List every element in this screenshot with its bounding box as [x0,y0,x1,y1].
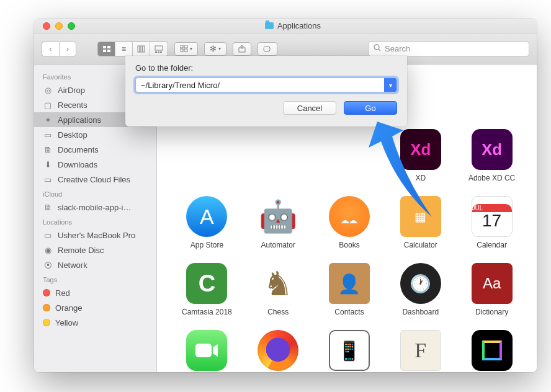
downloads-icon: ⬇ [43,160,53,169]
app-item[interactable]: XdAdobe XD CC [459,129,524,182]
app-label: Dashboard [402,308,439,316]
sidebar-item-label: Yellow [55,318,78,327]
svg-rect-4 [138,46,140,52]
app-item[interactable]: Books [317,196,382,249]
app-item[interactable]: ▦Calculator [388,196,453,249]
app-item[interactable]: 👤Contacts [317,263,382,316]
network-icon: ⦿ [43,261,53,269]
arrange-button[interactable]: ▾ [174,42,198,56]
app-label: Chess [267,308,289,316]
folder-path-input[interactable] [136,81,384,90]
go-to-folder-dialog: Go to the folder: ▾ Cancel Go [125,56,407,127]
search-field[interactable]: Search [368,42,529,56]
cancel-button[interactable]: Cancel [283,101,336,115]
window-title: Applications [49,21,537,30]
app-item[interactable]: 🤖Automator [246,196,311,249]
fontbook-icon: F [400,330,441,371]
svg-rect-3 [107,50,110,52]
sidebar-item-label: Network [58,261,87,270]
dialog-buttons: Cancel Go [135,101,397,115]
apps-icon: ✦ [43,115,53,124]
dashboard-icon: 🕐 [400,263,441,304]
action-button[interactable]: ✻ ▾ [204,42,226,56]
back-button[interactable]: ‹ [42,42,59,56]
go-button[interactable]: Go [344,101,397,115]
laptop-icon: ▭ [43,231,53,239]
svg-rect-7 [155,46,163,50]
sidebar-item-label: slack-mobile-app-i… [58,203,131,212]
gear-icon: ✻ [210,44,217,53]
app-item[interactable]: AApp Store [174,196,240,249]
sidebar-item[interactable]: Yellow [34,315,156,330]
sidebar-item-label: Recents [58,100,87,110]
gallery-view-button[interactable] [150,42,168,56]
app-item[interactable]: JUL17Calendar [459,196,524,249]
sidebar-item[interactable]: ▭Usher's MacBook Pro [34,228,156,243]
app-item[interactable]: 📱Fix My iPhone [317,330,382,372]
dictionary-icon: Aa [472,263,513,304]
svg-rect-13 [180,49,183,51]
sidebar-item[interactable]: Red [34,285,156,300]
sidebar-item[interactable]: Orange [34,300,156,315]
forward-button[interactable]: › [59,42,76,56]
sidebar-item[interactable]: ⦿Network [34,257,156,272]
adobe-xd-icon: Xd [472,129,513,170]
sidebar-header: Tags [34,272,156,285]
sidebar-item[interactable]: 🗎slack-mobile-app-i… [34,200,156,215]
sidebar-item[interactable]: 🗎Documents [34,142,156,157]
app-label: Camtasia 2018 [182,308,232,316]
search-icon [374,44,381,53]
view-mode-segment: ≡ [97,42,168,56]
app-item[interactable]: ♞Chess [246,263,311,316]
column-view-button[interactable] [133,42,150,56]
sidebar-item[interactable]: ◉Remote Disc [34,243,156,257]
sidebar-item-label: AirDrop [58,86,85,95]
sidebar-item[interactable]: ▭Creative Cloud Files [34,172,156,187]
nav-buttons: ‹ › [42,42,76,56]
sidebar-header: Locations [34,215,156,228]
camtasia-icon: C [186,263,227,304]
fixphone-icon: 📱 [329,330,370,371]
app-label: Books [339,241,359,249]
folder-path-combo[interactable]: ▾ [135,78,397,92]
chess-icon: ♞ [258,263,298,304]
app-label: Adobe XD CC [468,174,515,182]
gallery-icon [155,45,163,53]
svg-rect-8 [155,51,157,53]
app-item[interactable]: FFont Book [388,330,453,372]
title-text: Applications [277,21,321,30]
app-item[interactable]: FaceTime [174,330,240,372]
app-item[interactable]: GIPHY CAPTURE [459,330,524,372]
app-label: Calendar [477,241,507,249]
svg-line-18 [379,49,380,51]
tag-button[interactable] [258,42,277,56]
app-item[interactable]: CCamtasia 2018 [174,263,240,316]
icon-view-button[interactable] [98,42,115,56]
app-item[interactable]: AaDictionary [459,263,524,316]
tag-icon [263,45,272,53]
app-label: Contacts [334,308,364,316]
app-item[interactable]: 🕐Dashboard [388,263,453,316]
sidebar-item-label: Documents [58,145,99,154]
svg-rect-16 [264,47,270,51]
automator-icon: 🤖 [258,196,298,237]
app-item[interactable]: XdXD [388,129,453,182]
app-item[interactable]: Firefox [246,330,311,372]
search-placeholder: Search [385,44,410,53]
tag-dot-icon [43,289,50,296]
share-button[interactable] [233,42,251,56]
list-view-button[interactable]: ≡ [115,42,133,56]
calendar-icon: JUL17 [472,196,513,237]
grid-icon [102,45,111,53]
app-label: XD [415,174,426,182]
sidebar-item[interactable]: ▭Desktop [34,127,156,142]
giphy-icon [472,330,513,371]
contacts-icon: 👤 [329,263,370,304]
svg-point-17 [374,45,379,50]
sidebar-item-label: Usher's MacBook Pro [58,231,135,240]
sidebar-item[interactable]: ⬇Downloads [34,157,156,172]
app-label: Automator [261,241,295,249]
svg-rect-11 [180,45,183,48]
disc-icon: ◉ [43,246,53,254]
dropdown-button[interactable]: ▾ [384,78,396,92]
